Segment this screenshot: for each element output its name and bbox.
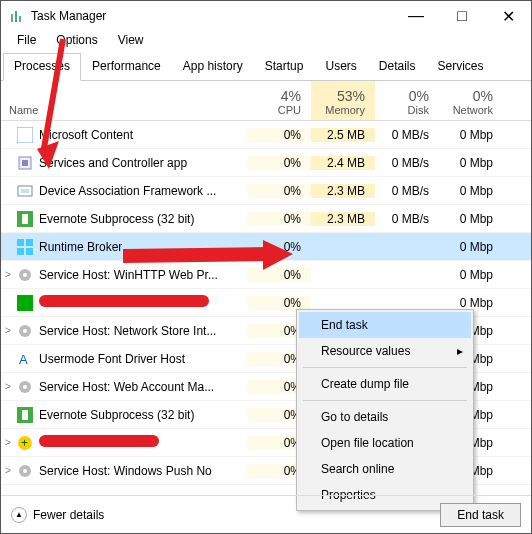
svg-rect-11 [17,248,24,255]
svg-point-14 [23,273,27,277]
disk-cell: 0 MB/s [375,212,439,226]
svg-rect-3 [17,127,33,143]
net-cell: 0 Mbp [439,240,503,254]
table-row[interactable]: Device Association Framework ... 0% 2.3 … [1,177,531,205]
menu-view[interactable]: View [108,31,154,53]
process-name [39,295,247,310]
menubar: File Options View [1,31,531,53]
net-cell: 0 Mbp [439,128,503,142]
tab-processes[interactable]: Processes [3,53,81,81]
menu-item[interactable]: Go to details [299,404,471,430]
fewer-details-link[interactable]: Fewer details [33,508,104,522]
svg-rect-5 [22,160,28,166]
menu-file[interactable]: File [7,31,46,53]
col-memory[interactable]: 53%Memory [311,81,375,120]
svg-point-25 [23,469,27,473]
table-row[interactable]: Services and Controller app 0% 2.4 MB 0 … [1,149,531,177]
process-name: Services and Controller app [39,156,247,170]
titlebar: Task Manager — □ ✕ [1,1,531,31]
svg-point-17 [23,329,27,333]
col-cpu[interactable]: 4%CPU [247,81,311,120]
process-name: Evernote Subprocess (32 bit) [39,212,247,226]
col-disk[interactable]: 0%Disk [375,81,439,120]
menu-item[interactable]: Open file location [299,430,471,456]
net-cell: 0 Mbp [439,184,503,198]
process-icon [17,379,33,395]
process-name: Microsoft Content [39,128,247,142]
tab-details[interactable]: Details [368,53,427,80]
net-cell: 0 Mbp [439,268,503,282]
expand-icon[interactable]: > [1,465,15,476]
tab-services[interactable]: Services [427,53,495,80]
process-name: Service Host: Windows Push No [39,464,247,478]
net-cell: 0 Mbp [439,156,503,170]
end-task-button[interactable]: End task [440,503,521,527]
svg-rect-7 [21,189,29,193]
cpu-cell: 0% [247,296,311,310]
process-icon [17,295,33,311]
context-menu: End taskResource values▸Create dump file… [296,309,474,511]
expand-icon[interactable]: > [1,325,15,336]
cpu-cell: 0% [247,212,311,226]
cpu-cell: 0% [247,128,311,142]
process-name [39,435,247,450]
menu-item[interactable]: Search online [299,456,471,482]
svg-rect-12 [26,248,33,255]
close-button[interactable]: ✕ [485,1,531,31]
menu-item[interactable]: Create dump file [299,371,471,397]
tab-startup[interactable]: Startup [254,53,315,80]
table-row[interactable]: > Service Host: WinHTTP Web Pr... 0% 0 M… [1,261,531,289]
process-icon [17,407,33,423]
cpu-cell: 0% [247,156,311,170]
tab-performance[interactable]: Performance [81,53,172,80]
svg-rect-0 [11,14,13,22]
process-name: Service Host: WinHTTP Web Pr... [39,268,247,282]
col-network[interactable]: 0%Network [439,81,503,120]
process-icon [17,127,33,143]
menu-options[interactable]: Options [46,31,107,53]
svg-rect-9 [17,239,24,246]
process-name: Usermode Font Driver Host [39,352,247,366]
app-icon [9,8,25,24]
minimize-button[interactable]: — [393,1,439,31]
process-icon [17,239,33,255]
mem-cell: 2.3 MB [311,212,375,226]
menu-item[interactable]: Resource values▸ [299,338,471,364]
table-row[interactable]: Evernote Subprocess (32 bit) 0% 2.3 MB 0… [1,205,531,233]
table-row[interactable]: Runtime Broker 0% 0 Mbp [1,233,531,261]
task-manager-window: Task Manager — □ ✕ File Options View Pro… [0,0,532,534]
process-icon [17,183,33,199]
footer: ▲ Fewer details End task [1,495,531,533]
menu-item[interactable]: End task [299,312,471,338]
svg-rect-1 [15,11,17,22]
svg-rect-2 [19,16,21,22]
cpu-cell: 0% [247,268,311,282]
cpu-cell: 0% [247,240,311,254]
col-name[interactable]: Name [1,81,247,120]
mem-cell: 2.4 MB [311,156,375,170]
table-row[interactable]: Microsoft Content 0% 2.5 MB 0 MB/s 0 Mbp [1,121,531,149]
maximize-button[interactable]: □ [439,1,485,31]
process-icon: + [17,435,33,451]
tab-users[interactable]: Users [314,53,367,80]
svg-rect-15 [17,295,33,311]
process-icon [17,267,33,283]
window-title: Task Manager [31,9,393,23]
svg-text:A: A [19,352,28,367]
process-name: Device Association Framework ... [39,184,247,198]
disk-cell: 0 MB/s [375,128,439,142]
expand-icon[interactable]: > [1,381,15,392]
chevron-up-icon[interactable]: ▲ [11,507,27,523]
mem-cell: 2.5 MB [311,128,375,142]
process-icon [17,211,33,227]
expand-icon[interactable]: > [1,437,15,448]
process-name: Runtime Broker [39,240,247,254]
process-pane: Name 4%CPU 53%Memory 0%Disk 0%Network Mi… [1,81,531,505]
process-icon: A [17,351,33,367]
tab-strip: Processes Performance App history Startu… [1,53,531,81]
tab-app-history[interactable]: App history [172,53,254,80]
disk-cell: 0 MB/s [375,156,439,170]
expand-icon[interactable]: > [1,269,15,280]
column-headers: Name 4%CPU 53%Memory 0%Disk 0%Network [1,81,531,121]
process-name: Evernote Subprocess (32 bit) [39,408,247,422]
